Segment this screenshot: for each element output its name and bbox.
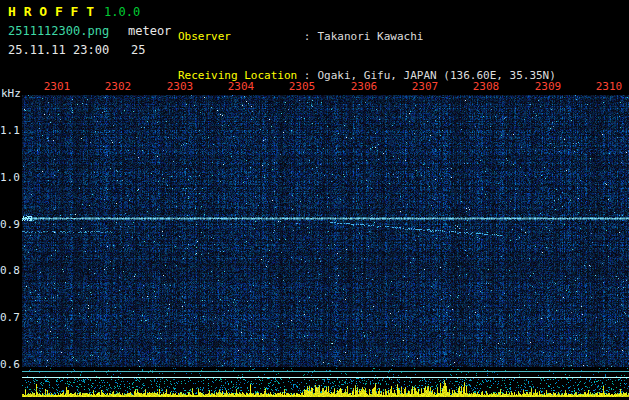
datetime-label: 25.11.11 23:00 [8, 43, 109, 57]
time-tick-label: 2307 [410, 80, 440, 93]
app-title: H R O F F T [8, 4, 94, 19]
freq-tick-label: 0.6 [0, 358, 19, 371]
info-label: Observer [178, 30, 304, 43]
freq-tick-label: 0.9 [0, 218, 19, 231]
time-tick-label: 2301 [42, 80, 72, 93]
info-colon: : [304, 30, 311, 43]
freq-tick-label: 1.1 [0, 124, 19, 137]
freq-tick-label: 0.8 [0, 264, 19, 277]
time-tick-label: 2308 [471, 80, 501, 93]
app-version: 1.0.0 [104, 5, 140, 19]
info-value: Takanori Kawachi [317, 30, 423, 43]
time-tick-label: 2309 [533, 80, 563, 93]
time-tick-label: 2303 [165, 80, 195, 93]
freq-tick-label: 1.0 [0, 171, 19, 184]
time-tick-label: 2305 [287, 80, 317, 93]
spectrogram-canvas [22, 95, 629, 367]
output-filename: 2511112300.png [8, 24, 109, 38]
time-tick-label: 2306 [349, 80, 379, 93]
time-tick-label: 2302 [103, 80, 133, 93]
freq-tick-label: 0.7 [0, 311, 19, 324]
time-tick-label: 2304 [226, 80, 256, 93]
mode-label: meteor [128, 24, 171, 38]
freq-unit-label: kHz [1, 87, 21, 100]
count-label: 25 [131, 43, 145, 57]
info-row-observer: Observer:Takanori Kawachi [178, 30, 556, 43]
activity-strip-canvas [22, 368, 629, 400]
hrofft-window: H R O F F T 1.0.0 2511112300.png meteor … [0, 0, 629, 400]
time-tick-label: 2310 [594, 80, 624, 93]
